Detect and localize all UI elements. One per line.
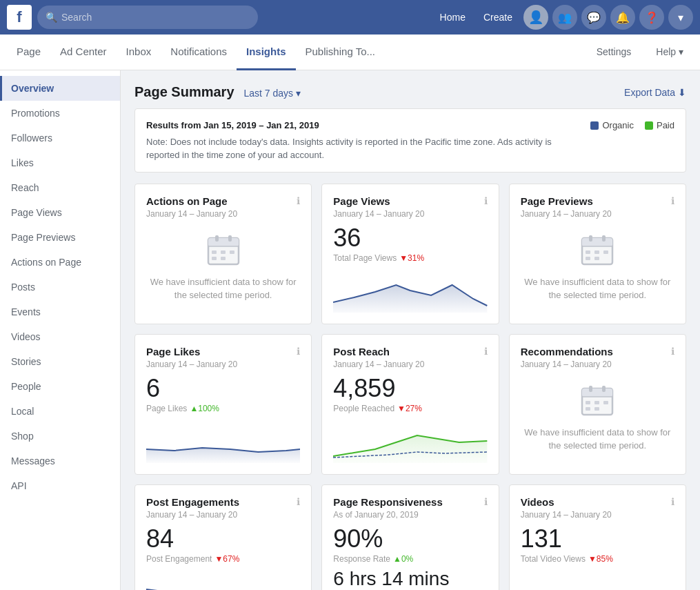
friends-icon[interactable]: 👥 <box>552 5 577 30</box>
sidebar-item-page-views[interactable]: Page Views <box>0 200 120 225</box>
card-info-icon[interactable]: ℹ <box>297 496 300 507</box>
page-nav-adcenter[interactable]: Ad Center <box>50 35 117 70</box>
facebook-logo: f <box>7 5 32 30</box>
date-filter[interactable]: Last 7 days ▾ <box>243 88 301 99</box>
page-nav-page[interactable]: Page <box>7 35 50 70</box>
search-box[interactable]: 🔍 <box>37 6 258 29</box>
card-number: 131 <box>521 527 674 551</box>
card-empty-text: We have insufficient data to show forthe… <box>150 275 297 302</box>
card-info-icon[interactable]: ℹ <box>484 195 488 206</box>
trend-indicator: ▼27% <box>397 404 422 413</box>
calendar-icon <box>579 383 615 419</box>
card-info-icon[interactable]: ℹ <box>671 195 674 206</box>
page-nav-publishing[interactable]: Publishing To... <box>296 35 385 70</box>
card-empty-state: We have insufficient data to show forthe… <box>521 369 674 460</box>
card-title: Page Previews <box>521 195 612 207</box>
sidebar-item-api[interactable]: API <box>0 473 120 498</box>
mini-chart <box>146 422 300 463</box>
response-time: 6 hrs 14 mins <box>333 568 487 590</box>
sidebar-item-messages[interactable]: Messages <box>0 449 120 473</box>
info-note: Note: Does not include today's data. Ins… <box>146 135 577 162</box>
page-nav-notifications[interactable]: Notifications <box>161 35 237 70</box>
svg-rect-27 <box>603 401 608 404</box>
card-page-previews: Page Previews January 14 – January 20 ℹ <box>509 184 686 324</box>
card-info-icon[interactable]: ℹ <box>297 195 300 206</box>
page-nav-inbox[interactable]: Inbox <box>117 35 161 70</box>
card-title-wrap: Post Reach January 14 – January 20 <box>333 346 424 369</box>
card-date: January 14 – January 20 <box>521 209 612 219</box>
card-sub: Page Likes ▲100% <box>146 404 300 413</box>
card-date: January 14 – January 20 <box>146 510 239 520</box>
svg-rect-3 <box>215 235 219 242</box>
sidebar-item-stories[interactable]: Stories <box>0 349 120 374</box>
sidebar-item-people[interactable]: People <box>0 374 120 399</box>
main-content: Page Summary Last 7 days ▾ Export Data ⬇… <box>121 70 700 590</box>
card-info-icon[interactable]: ℹ <box>671 496 674 507</box>
export-button[interactable]: Export Data ⬇ <box>624 87 686 98</box>
trend-indicator: ▲0% <box>393 554 413 564</box>
card-info-icon[interactable]: ℹ <box>484 496 488 507</box>
card-title-wrap: Recommendations January 14 – January 20 <box>521 346 613 369</box>
svg-rect-26 <box>594 401 599 404</box>
sidebar-item-overview[interactable]: Overview <box>0 76 120 101</box>
svg-rect-1 <box>208 238 239 246</box>
home-button[interactable]: Home <box>433 8 472 27</box>
sidebar-item-promotions[interactable]: Promotions <box>0 101 120 126</box>
help-button[interactable]: Help ▾ <box>646 35 693 70</box>
sidebar-item-videos[interactable]: Videos <box>0 324 120 349</box>
sub-label: People Reached <box>333 404 394 413</box>
summary-header: Page Summary Last 7 days ▾ Export Data ⬇ <box>134 84 686 100</box>
main-layout: Overview Promotions Followers Likes Reac… <box>0 70 700 590</box>
sidebar-item-reach[interactable]: Reach <box>0 175 120 200</box>
sub-label: Total Video Views <box>521 554 586 564</box>
svg-rect-8 <box>212 257 217 260</box>
card-info-icon[interactable]: ℹ <box>297 346 300 357</box>
dropdown-icon[interactable]: ▾ <box>668 5 693 30</box>
sidebar-item-events[interactable]: Events <box>0 299 120 324</box>
card-number: 6 <box>146 376 300 401</box>
sidebar-item-posts[interactable]: Posts <box>0 275 120 299</box>
create-button[interactable]: Create <box>477 8 519 27</box>
summary-title-wrap: Page Summary Last 7 days ▾ <box>134 84 301 100</box>
sidebar-item-followers[interactable]: Followers <box>0 126 120 150</box>
sub-label: Total Page Views <box>333 253 397 263</box>
sub-label: Page Likes <box>146 404 187 413</box>
card-date: January 14 – January 20 <box>521 360 613 369</box>
legend: Organic Paid <box>590 119 674 132</box>
notifications-icon[interactable]: 🔔 <box>610 5 635 30</box>
sidebar-item-page-previews[interactable]: Page Previews <box>0 225 120 250</box>
mini-chart <box>333 422 487 463</box>
svg-rect-14 <box>602 235 606 242</box>
organic-dot <box>590 121 599 130</box>
sidebar-item-likes[interactable]: Likes <box>0 150 120 175</box>
card-empty-state: We have insufficient data to show forthe… <box>521 219 674 309</box>
legend-paid: Paid <box>645 119 674 132</box>
info-date: Results from Jan 15, 2019 – Jan 21, 2019 <box>146 119 577 132</box>
settings-button[interactable]: Settings <box>587 35 641 70</box>
card-header: Page Previews January 14 – January 20 ℹ <box>521 195 674 219</box>
card-title-wrap: Page Likes January 14 – January 20 <box>146 346 237 369</box>
card-title: Videos <box>521 496 612 508</box>
card-header: Post Reach January 14 – January 20 ℹ <box>333 346 487 369</box>
sub-label: Response Rate <box>333 554 390 564</box>
messenger-icon[interactable]: 💬 <box>581 5 606 30</box>
sidebar-item-shop[interactable]: Shop <box>0 424 120 449</box>
card-title: Page Views <box>333 195 424 207</box>
help-icon[interactable]: ❓ <box>639 5 664 30</box>
svg-rect-29 <box>594 407 599 411</box>
svg-rect-11 <box>582 238 612 246</box>
card-info-icon[interactable]: ℹ <box>484 346 488 357</box>
avatar[interactable]: 👤 <box>523 5 548 30</box>
card-info-icon[interactable]: ℹ <box>671 346 674 357</box>
page-nav-insights[interactable]: Insights <box>237 35 296 70</box>
card-title: Post Engagements <box>146 496 239 508</box>
svg-rect-23 <box>589 386 592 392</box>
svg-rect-5 <box>212 250 217 254</box>
card-title-wrap: Post Engagements January 14 – January 20 <box>146 496 239 520</box>
search-input[interactable] <box>61 12 250 23</box>
sidebar-item-local[interactable]: Local <box>0 399 120 424</box>
card-date: January 14 – January 20 <box>333 360 424 369</box>
page-nav: Page Ad Center Inbox Notifications Insig… <box>0 35 700 70</box>
card-sub: Total Page Views ▼31% <box>333 253 487 263</box>
sidebar-item-actions-on-page[interactable]: Actions on Page <box>0 250 120 275</box>
